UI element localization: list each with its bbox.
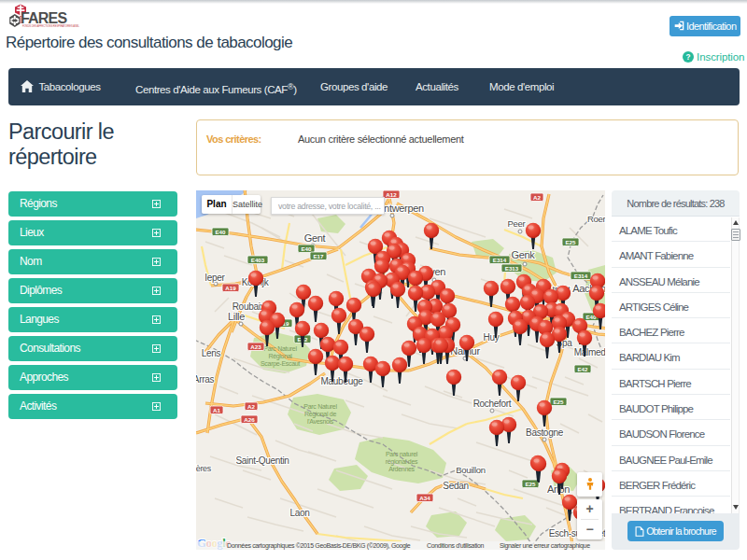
svg-text:A1: A1 [213,407,220,413]
svg-text:E25: E25 [565,239,576,245]
svg-text:Rochefort: Rochefort [473,399,512,409]
svg-text:E314: E314 [574,273,588,279]
svg-text:Ieper: Ieper [204,273,225,283]
svg-text:Laon: Laon [289,508,309,518]
svg-text:Ardennes: Ardennes [388,466,415,472]
svg-text:E42: E42 [577,366,588,372]
svg-text:E17: E17 [313,253,324,259]
svg-text:A2: A2 [247,403,255,410]
svg-text:l'Avesnois: l'Avesnois [307,418,334,425]
svg-text:E25: E25 [525,481,536,487]
svg-text:A26: A26 [244,416,255,423]
svg-text:E403: E403 [251,257,265,263]
svg-text:Sedan: Sedan [443,481,468,491]
svg-text:ières: ières [196,464,212,473]
svg-text:E40: E40 [301,245,312,252]
svg-text:Régional: Régional [268,353,292,360]
svg-text:A2: A2 [533,194,541,201]
svg-text:Bastogne: Bastogne [526,427,564,438]
svg-text:A34: A34 [419,495,430,501]
svg-text:Malmedy: Malmedy [574,347,605,357]
svg-text:Parc naturel: Parc naturel [386,451,418,457]
svg-text:A23: A23 [250,343,261,350]
svg-text:E25: E25 [553,399,564,405]
svg-text:Parc Naturel: Parc Naturel [263,345,297,352]
svg-text:E313: E313 [505,265,519,272]
svg-text:E40: E40 [215,229,226,235]
svg-text:?: ? [686,53,691,62]
svg-text:A12: A12 [386,191,397,198]
svg-text:A19: A19 [225,285,236,291]
svg-text:Régional de: Régional de [304,411,336,418]
svg-text:Gent: Gent [304,232,326,244]
svg-text:Lille: Lille [228,311,245,322]
svg-text:Maubeuge: Maubeuge [321,376,364,386]
svg-text:Roermond: Roermond [587,214,605,224]
svg-text:Saint-Quentin: Saint-Quentin [235,455,289,466]
svg-text:Scarpe-Escaut: Scarpe-Escaut [261,360,300,368]
svg-text:Peer: Peer [508,218,526,229]
svg-text:E314: E314 [493,257,507,263]
svg-text:Bouillon: Bouillon [456,465,485,475]
svg-text:Lens: Lens [202,348,221,358]
svg-text:Genk: Genk [511,249,535,260]
svg-text:Arras: Arras [196,374,214,385]
svg-text:Parc Naturel: Parc Naturel [303,403,337,410]
svg-text:régional des: régional des [386,458,418,466]
